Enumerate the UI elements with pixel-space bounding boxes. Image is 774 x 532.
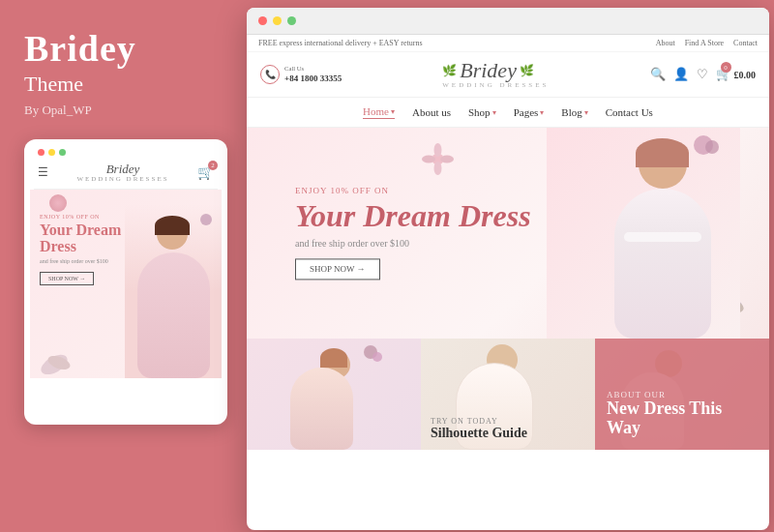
nav-blog-arrow: ▾	[584, 108, 588, 117]
site-logo[interactable]: 🌿 Bridey 🌿 WEDDING DRESSES	[442, 60, 549, 89]
svg-point-4	[434, 162, 442, 175]
card-2-label: Try on today	[431, 417, 585, 426]
user-icon[interactable]: 👤	[673, 67, 689, 82]
hero-shop-button[interactable]: SHOP NOW →	[295, 259, 380, 281]
hero-flower-deco-top	[421, 142, 455, 176]
cart-wrapper[interactable]: 🛒 0 £0.00	[716, 67, 757, 82]
mobile-flower-deco	[49, 194, 67, 212]
card-2-title: Silhouette Guide	[431, 426, 585, 442]
about-link[interactable]: About	[656, 39, 675, 47]
header-actions: 🔍 👤 ♡ 🛒 0 £0.00	[650, 67, 757, 82]
hero-model-area	[547, 128, 740, 339]
hero-subtitle: and free ship order over $100	[295, 239, 531, 250]
mobile-hero: ENJOY 10% OFF ON Your Dream Dress and fr…	[30, 190, 222, 378]
card-3-title: New Dress This Way	[607, 399, 758, 438]
mobile-model-figure	[125, 204, 222, 378]
mobile-nav: ☰ Bridey WEDDING DRESSES 🛒 2	[34, 162, 218, 190]
dot-green	[59, 149, 66, 156]
mobile-hero-text: ENJOY 10% OFF ON Your Dream Dress and fr…	[40, 214, 121, 285]
hamburger-icon: ☰	[38, 165, 48, 180]
site-top-bar: FREE express international delivery + EA…	[247, 35, 769, 52]
phone-text: Call Us +84 1800 33355	[284, 64, 342, 85]
left-panel: Bridey Theme By Opal_WP ☰ Bridey WEDDING…	[0, 0, 237, 532]
card-1-image	[247, 339, 421, 450]
mobile-hero-subtitle: and free ship order over $100	[40, 258, 121, 264]
nav-pages[interactable]: Pages ▾	[514, 106, 545, 118]
brand-by: By Opal_WP	[24, 103, 213, 118]
cart-badge: 0	[721, 62, 731, 73]
svg-point-3	[434, 143, 442, 157]
product-card-2[interactable]: Try on today Silhouette Guide	[421, 339, 595, 450]
site-header: 📞 Call Us +84 1800 33355 🌿 Bridey 🌿 WEDD…	[247, 52, 769, 98]
nav-pages-arrow: ▾	[540, 108, 544, 117]
brand-theme: Theme	[24, 72, 213, 97]
hero-promo: ENJOY 10% OFF ON	[295, 186, 531, 195]
phone-icon: 📞	[260, 65, 280, 84]
topbar-message: FREE express international delivery + EA…	[258, 39, 423, 47]
brand-name: Bridey	[24, 29, 213, 70]
cart-price: £0.00	[734, 70, 757, 80]
mobile-hero-title: Your Dream Dress	[40, 222, 121, 255]
nav-home-arrow: ▾	[391, 107, 395, 116]
wishlist-icon[interactable]: ♡	[697, 67, 708, 82]
browser-dot-yellow[interactable]	[273, 16, 282, 25]
dot-red	[38, 149, 45, 156]
mobile-leaf-deco	[35, 345, 74, 378]
header-phone: 📞 Call Us +84 1800 33355	[260, 64, 342, 85]
mobile-window-dots	[34, 149, 218, 156]
browser-dot-red[interactable]	[258, 16, 267, 25]
nav-contact[interactable]: Contact Us	[606, 106, 653, 118]
hero-title: Your Dream Dress	[295, 199, 531, 233]
mobile-hero-promo: ENJOY 10% OFF ON	[40, 214, 121, 220]
nav-about[interactable]: About us	[412, 106, 451, 118]
dot-yellow	[48, 149, 55, 156]
nav-shop[interactable]: Shop ▾	[468, 106, 496, 118]
logo-text: Bridey	[460, 60, 517, 81]
contact-link[interactable]: Contact	[733, 39, 758, 47]
mobile-cart-badge: 2	[208, 161, 218, 170]
search-icon[interactable]: 🔍	[650, 67, 666, 82]
mobile-preview-card: ☰ Bridey WEDDING DRESSES 🛒 2 ENJOY 10% O…	[24, 139, 227, 425]
find-store-link[interactable]: Find A Store	[685, 39, 724, 47]
card-3-overlay: About Our New Dress This Way	[595, 339, 769, 450]
svg-point-5	[422, 156, 435, 163]
hero-content: ENJOY 10% OFF ON Your Dream Dress and fr…	[295, 186, 531, 280]
product-card-3[interactable]: About Our New Dress This Way	[595, 339, 769, 450]
product-card-1[interactable]	[247, 339, 421, 450]
logo-subtitle: WEDDING DRESSES	[442, 81, 549, 89]
product-cards-row: Try on today Silhouette Guide About Our …	[247, 339, 769, 450]
browser-dot-green[interactable]	[287, 16, 296, 25]
mobile-cart-icon: 🛒 2	[197, 164, 214, 181]
site-nav: Home ▾ About us Shop ▾ Pages ▾ Blog ▾ Co…	[247, 98, 769, 128]
svg-point-6	[440, 156, 454, 163]
card-2-overlay: Try on today Silhouette Guide	[421, 409, 595, 450]
mobile-logo: Bridey WEDDING DRESSES	[76, 162, 168, 184]
browser-chrome	[247, 8, 769, 35]
nav-home[interactable]: Home ▾	[363, 105, 395, 119]
mobile-shop-button[interactable]: SHOP NOW →	[40, 272, 94, 285]
nav-shop-arrow: ▾	[492, 108, 496, 117]
nav-blog[interactable]: Blog ▾	[561, 106, 587, 118]
browser-window: FREE express international delivery + EA…	[247, 8, 769, 530]
card-2-image: Try on today Silhouette Guide	[421, 339, 595, 450]
hero-banner: ENJOY 10% OFF ON Your Dream Dress and fr…	[247, 128, 769, 339]
topbar-links: About Find A Store Contact	[656, 39, 758, 47]
